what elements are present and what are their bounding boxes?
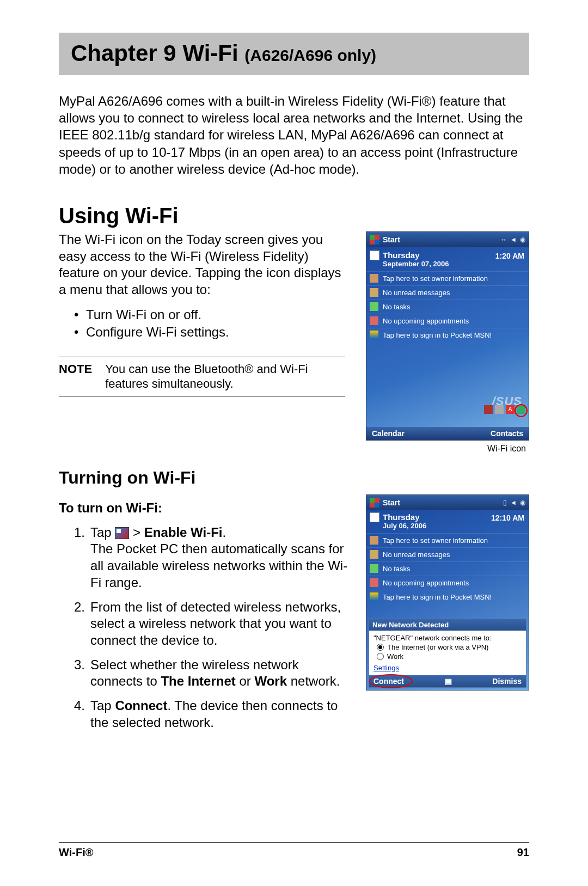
- today-item: Tap here to set owner information: [383, 274, 488, 283]
- system-tray: A: [366, 404, 529, 415]
- tray-icon: A: [506, 405, 514, 414]
- radio-work[interactable]: [377, 653, 384, 660]
- appointment-icon: [370, 578, 378, 587]
- screenshot-today-screen: Start ↔◄◉ Thursday September 07, 2006 1:…: [366, 231, 529, 441]
- today-item: No unread messages: [383, 289, 450, 297]
- time-label: 12:10 AM: [491, 514, 524, 522]
- tray-icon: [484, 405, 493, 414]
- step-item: Tap > Enable Wi-Fi. The Pocket PC then a…: [74, 524, 351, 591]
- chapter-subtitle: (A626/A696 only): [244, 46, 376, 64]
- popup-title: New Network Detected: [369, 619, 526, 631]
- calendar-icon: [370, 250, 379, 260]
- note-box: NOTE You can use the Bluetooth® and Wi-F…: [59, 357, 345, 396]
- subheading-to-turn-on: To turn on Wi-Fi:: [59, 500, 351, 517]
- settings-link[interactable]: Settings: [373, 664, 399, 672]
- callout-circle: [514, 404, 528, 417]
- bullet-item: Configure Wi-Fi settings.: [74, 323, 351, 341]
- owner-icon: [370, 274, 378, 283]
- screenshot-network-detected: Start ▯◄◉ Thursday July 06, 2006 12:10 A…: [366, 494, 529, 691]
- start-label: Start: [383, 498, 400, 507]
- callout-ellipse: [369, 674, 413, 688]
- step-item: Tap Connect. The device then connects to…: [74, 698, 351, 731]
- windows-flag-icon: [370, 498, 379, 508]
- network-popup: New Network Detected "NETGEAR" network c…: [369, 619, 526, 688]
- intro-paragraph: MyPal A626/A696 comes with a built-in Wi…: [59, 93, 529, 178]
- today-item: Tap here to sign in to Pocket MSN!: [383, 331, 492, 339]
- today-item: No tasks: [383, 303, 411, 311]
- chapter-heading-bar: Chapter 9 Wi-Fi (A626/A696 only): [59, 33, 529, 75]
- appointment-icon: [370, 316, 378, 325]
- today-item: Tap here to set owner information: [383, 536, 488, 545]
- mail-icon: [370, 550, 378, 559]
- footer-section: Wi-Fi®: [59, 846, 93, 859]
- heading-turning-on-wifi: Turning on Wi-Fi: [59, 468, 529, 488]
- today-item: No unread messages: [383, 551, 450, 559]
- radio-internet[interactable]: [377, 644, 384, 651]
- step-item: Select whether the wireless network conn…: [74, 657, 351, 690]
- date-label: July 06, 2006: [383, 522, 524, 530]
- dismiss-button[interactable]: Dismiss: [492, 677, 522, 686]
- today-item: No tasks: [383, 565, 411, 573]
- calendar-icon: [370, 512, 379, 522]
- status-icons: ↔◄◉: [500, 236, 525, 243]
- radio-label: Work: [387, 652, 403, 661]
- today-item: Tap here to sign in to Pocket MSN!: [383, 593, 492, 601]
- steps-list: Tap > Enable Wi-Fi. The Pocket PC then a…: [74, 524, 351, 731]
- step-body: The Pocket PC then automatically scans f…: [90, 541, 351, 591]
- softkey-left: Calendar: [372, 429, 405, 438]
- time-label: 1:20 AM: [495, 252, 524, 260]
- screenshot-caption: Wi-Fi icon: [366, 444, 529, 454]
- windows-flag-icon: [370, 235, 379, 245]
- keyboard-icon[interactable]: ▤: [445, 677, 452, 686]
- heading-using-wifi: Using Wi-Fi: [59, 204, 529, 228]
- note-text: You can use the Bluetooth® and Wi-Fi fea…: [105, 362, 345, 392]
- task-icon: [370, 564, 378, 573]
- note-label: NOTE: [59, 362, 92, 392]
- using-wifi-paragraph: The Wi-Fi icon on the Today screen gives…: [59, 231, 351, 298]
- today-item: No upcoming appointments: [383, 579, 469, 587]
- footer-page-number: 91: [517, 846, 529, 859]
- popup-message: "NETGEAR" network connects me to:: [373, 634, 522, 642]
- start-label: Start: [383, 235, 400, 244]
- mail-icon: [370, 288, 378, 297]
- bullet-item: Turn Wi-Fi on or off.: [74, 306, 351, 323]
- radio-label: The Internet (or work via a VPN): [387, 643, 488, 651]
- chapter-title: Chapter 9 Wi-Fi: [71, 40, 244, 66]
- bullet-list: Turn Wi-Fi on or off. Configure Wi-Fi se…: [74, 306, 351, 341]
- msn-icon: [370, 331, 378, 339]
- softkey-right: Contacts: [491, 429, 523, 438]
- wifi-manager-icon: [115, 527, 129, 539]
- date-label: September 07, 2006: [383, 260, 524, 268]
- msn-icon: [370, 592, 378, 601]
- tray-icon: [495, 405, 504, 414]
- owner-icon: [370, 536, 378, 545]
- status-icons: ▯◄◉: [503, 499, 525, 506]
- task-icon: [370, 302, 378, 311]
- page-footer: Wi-Fi® 91: [59, 842, 529, 859]
- today-item: No upcoming appointments: [383, 317, 469, 325]
- step-item: From the list of detected wireless netwo…: [74, 599, 351, 649]
